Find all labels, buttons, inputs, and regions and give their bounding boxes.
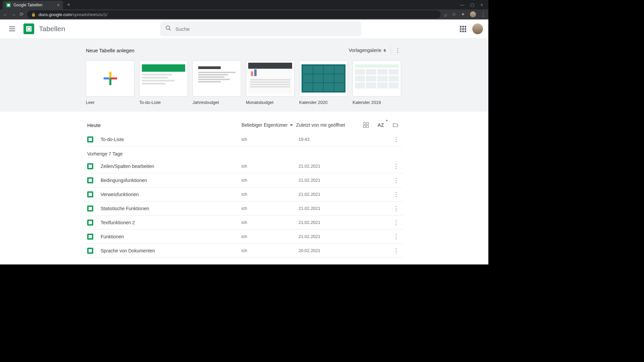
reload-icon[interactable]: ⟳	[19, 11, 24, 17]
back-icon[interactable]: ←	[3, 12, 8, 17]
open-picker-button[interactable]	[390, 119, 401, 131]
browser-menu-icon[interactable]: ⋮	[481, 11, 486, 17]
file-more-button[interactable]: ⋮	[391, 219, 401, 226]
sheets-file-icon	[87, 205, 93, 212]
separator	[391, 46, 391, 54]
templates-more-button[interactable]: ⋮	[393, 46, 402, 55]
file-owner: ich	[241, 164, 299, 169]
sort-label[interactable]: Zuletzt von mir geöffnet	[296, 122, 360, 128]
tab-title: Google Tabellen	[13, 3, 57, 7]
file-row[interactable]: Statistische Funktionenich21.02.2021⋮	[86, 201, 402, 216]
sheets-file-icon	[87, 136, 93, 142]
files-section: Heute Beliebiger Eigentümer Zuletzt von …	[86, 112, 402, 258]
account-avatar[interactable]	[472, 23, 483, 34]
file-row[interactable]: Textfunktionen 2ich21.02.2021⋮	[86, 216, 402, 230]
app-title: Tabellen	[39, 25, 65, 33]
file-more-button[interactable]: ⋮	[391, 191, 401, 198]
files-section-title: Heute	[87, 122, 241, 128]
template-calendar-2020[interactable]: Kalender 2020	[299, 60, 348, 105]
extensions-icon[interactable]: ✦	[461, 11, 465, 17]
sheets-file-icon	[87, 177, 93, 183]
template-gallery-button[interactable]: Vorlagengalerie	[346, 46, 389, 55]
file-date: 21.02.2021	[299, 220, 366, 225]
file-icon	[87, 136, 101, 142]
close-tab-icon[interactable]: ×	[57, 2, 60, 8]
close-window-icon[interactable]: ×	[480, 2, 483, 7]
sort-az-button[interactable]: AZ	[375, 119, 386, 131]
maximize-icon[interactable]: ▢	[470, 2, 474, 7]
file-owner: ich	[241, 206, 299, 211]
google-apps-button[interactable]	[456, 22, 470, 36]
template-blank[interactable]: Leer	[86, 60, 135, 105]
sheets-file-icon	[87, 191, 93, 197]
apps-grid-icon	[460, 26, 466, 32]
template-calendar-2019[interactable]: Kalender 2019	[353, 60, 401, 105]
file-row[interactable]: Funktionenich21.02.2021⋮	[86, 230, 402, 244]
files-header: Heute Beliebiger Eigentümer Zuletzt von …	[86, 118, 402, 132]
file-more-button[interactable]: ⋮	[391, 205, 401, 212]
template-label: Kalender 2020	[299, 100, 348, 105]
file-icon	[87, 191, 101, 197]
file-name: Textfunktionen 2	[101, 220, 241, 225]
template-label: Monatsbudget	[246, 100, 294, 105]
browser-tab-bar: Google Tabellen × + — ▢ ×	[0, 0, 488, 9]
owner-filter[interactable]: Beliebiger Eigentümer	[241, 122, 296, 128]
template-label: Jahresbudget	[193, 100, 241, 105]
svg-point-0	[166, 26, 170, 29]
file-more-button[interactable]: ⋮	[391, 136, 401, 143]
address-bar[interactable]: 🔒 docs.google.com/spreadsheets/u/1/	[27, 10, 441, 18]
file-owner: ich	[241, 178, 299, 183]
browser-tab[interactable]: Google Tabellen ×	[3, 1, 63, 9]
template-todo[interactable]: To-do-Liste	[139, 60, 188, 105]
minimize-icon[interactable]: —	[460, 2, 464, 7]
file-more-button[interactable]: ⋮	[391, 163, 401, 170]
file-date: 20.02.2021	[299, 248, 366, 253]
file-row[interactable]: To-do-Listeich19:43⋮	[86, 132, 402, 146]
new-tab-button[interactable]: +	[67, 2, 70, 8]
svg-line-1	[169, 29, 171, 31]
file-name: Zeilen/Spalten bearbeiten	[101, 164, 241, 169]
url-path: /spreadsheets/u/1/	[71, 12, 107, 17]
forward-icon[interactable]: →	[11, 12, 16, 17]
app-header: Tabellen	[0, 19, 488, 38]
file-name: To-do-Liste	[101, 137, 241, 142]
file-row[interactable]: Verweisfunktionenich21.02.2021⋮	[86, 187, 402, 201]
template-annual-budget[interactable]: Jahresbudget	[193, 60, 241, 105]
template-label: Kalender 2019	[353, 100, 401, 105]
file-owner: ich	[241, 137, 299, 142]
file-icon	[87, 248, 101, 254]
search-input[interactable]	[175, 26, 356, 32]
file-row[interactable]: Zeilen/Spalten bearbeitenich21.02.2021⋮	[86, 159, 402, 173]
template-label: To-do-Liste	[139, 100, 188, 105]
gallery-label: Vorlagengalerie	[349, 48, 381, 53]
plus-icon	[104, 72, 117, 85]
sheets-favicon	[6, 3, 11, 7]
folder-icon	[392, 122, 398, 128]
sheets-file-icon	[87, 234, 93, 240]
file-name: Statistische Funktionen	[101, 206, 241, 211]
browser-toolbar: ← → ⟳ 🔒 docs.google.com/spreadsheets/u/1…	[0, 9, 488, 19]
file-row[interactable]: Sprache von Dokumentenich20.02.2021⋮	[86, 244, 402, 258]
main-menu-button[interactable]	[5, 22, 19, 36]
file-owner: ich	[241, 220, 299, 225]
file-name: Bedingungsfunktionen	[101, 178, 241, 183]
file-owner: ich	[241, 234, 299, 239]
file-date: 19:43	[299, 137, 366, 142]
zoom-search-icon[interactable]: ⌕	[444, 12, 447, 17]
file-more-button[interactable]: ⋮	[391, 233, 401, 240]
template-label: Leer	[86, 100, 135, 105]
page: Tabellen Neue Tabelle anlege	[0, 19, 488, 264]
file-more-button[interactable]: ⋮	[391, 247, 401, 254]
file-date: 21.02.2021	[299, 192, 366, 197]
template-monthly-budget[interactable]: Monatsbudget	[246, 60, 294, 105]
sheets-file-icon	[87, 248, 93, 254]
search-box[interactable]	[160, 21, 361, 36]
file-more-button[interactable]: ⋮	[391, 177, 401, 184]
profile-avatar-icon[interactable]	[470, 11, 476, 17]
grid-view-button[interactable]	[360, 119, 372, 131]
expand-icon	[383, 49, 386, 52]
templates-title: Neue Tabelle anlegen	[86, 48, 346, 53]
file-row[interactable]: Bedingungsfunktionenich21.02.2021⋮	[86, 173, 402, 187]
toolbar-right: ⌕ ☆ ✦ ⋮	[444, 11, 486, 17]
bookmark-star-icon[interactable]: ☆	[452, 11, 456, 17]
